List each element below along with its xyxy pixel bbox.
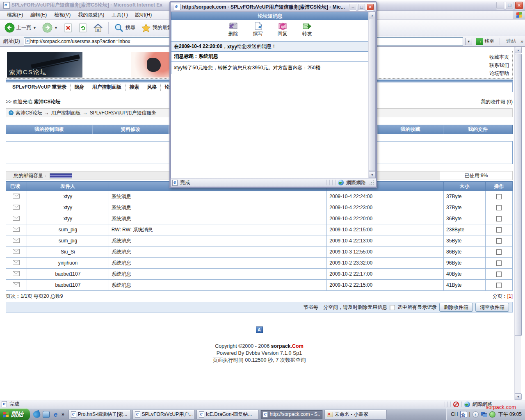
popup-scroll-thumb[interactable] bbox=[369, 19, 376, 171]
menu-help[interactable]: 說明(H) bbox=[132, 11, 156, 19]
tab-my-files[interactable]: 我的文件 bbox=[443, 125, 512, 134]
back-dropdown-icon[interactable]: ▼ bbox=[33, 26, 37, 30]
subject[interactable]: 系统消息 bbox=[109, 213, 326, 224]
row-checkbox[interactable] bbox=[496, 238, 502, 244]
subject[interactable]: 系统消息 bbox=[109, 235, 326, 247]
row-checkbox[interactable] bbox=[496, 216, 502, 221]
links-chevron-icon[interactable] bbox=[520, 39, 523, 44]
row-checkbox[interactable] bbox=[496, 272, 502, 277]
forward-dropdown-icon[interactable]: ▼ bbox=[54, 26, 58, 30]
back-button[interactable]: 上一頁 ▼ bbox=[2, 22, 39, 34]
dvbbs-badge-icon[interactable]: A bbox=[256, 326, 263, 333]
sender[interactable]: sum_pig bbox=[27, 224, 109, 235]
scroll-thumb[interactable] bbox=[515, 54, 522, 336]
scroll-up-icon[interactable] bbox=[515, 47, 522, 53]
tray-collapse-chevron-icon[interactable] bbox=[472, 411, 479, 418]
row-checkbox[interactable] bbox=[496, 260, 502, 266]
subject[interactable]: RW: RW: 系统消息 bbox=[109, 224, 326, 235]
row-checkbox[interactable] bbox=[496, 249, 502, 255]
popup-scroll-down-icon[interactable] bbox=[369, 171, 376, 178]
sender[interactable]: baobei1107 bbox=[27, 269, 109, 280]
address-dropdown-icon[interactable]: ▼ bbox=[465, 38, 472, 45]
sender[interactable]: xtyy bbox=[27, 213, 109, 224]
compose-message-button[interactable]: 撰写 bbox=[249, 21, 267, 41]
breadcrumb-home[interactable]: 索沛CS论坛 bbox=[16, 110, 42, 116]
link-bookmark-page[interactable]: 收藏本页 bbox=[489, 53, 509, 61]
restore-button[interactable] bbox=[505, 1, 514, 9]
menu-edit[interactable]: 編輯(E) bbox=[27, 11, 50, 19]
language-indicator[interactable]: CH bbox=[451, 411, 458, 417]
taskbar-button-sms[interactable]: SPLvFORsVcUP用户... bbox=[132, 410, 195, 419]
link-contact-us[interactable]: 联系我们 bbox=[489, 61, 509, 69]
nav-style[interactable]: 风格 bbox=[143, 84, 160, 91]
subject[interactable]: 系统消息 bbox=[109, 247, 326, 258]
search-button[interactable]: 搜尋 bbox=[112, 22, 137, 34]
banner-logo-image[interactable]: 索沛CS论坛 bbox=[7, 52, 82, 78]
stop-button[interactable] bbox=[62, 22, 75, 34]
tab-my-control-panel[interactable]: 我的控制面板 bbox=[6, 125, 93, 134]
popup-scrollbar[interactable] bbox=[368, 12, 375, 178]
go-button[interactable]: 移至 bbox=[474, 38, 496, 45]
quicklaunch-app-icon[interactable] bbox=[32, 410, 41, 419]
sender[interactable]: sum_pig bbox=[27, 235, 109, 247]
taskbar-button-sorpack-active[interactable]: http://sorpack.com - S... bbox=[260, 410, 323, 419]
forward-button[interactable]: ▼ bbox=[40, 22, 60, 34]
tab-my-favorites[interactable]: 我的收藏 bbox=[378, 125, 443, 134]
popup-maximize-button[interactable] bbox=[358, 3, 365, 11]
delete-inbox-button[interactable]: 删除收件箱 bbox=[439, 303, 473, 312]
subject[interactable]: 系统消息 bbox=[109, 280, 326, 291]
menu-favorites[interactable]: 我的最愛(A) bbox=[74, 11, 108, 19]
popup-minimize-button[interactable] bbox=[349, 3, 357, 11]
tab-profile-edit[interactable]: 资料修改 bbox=[93, 125, 169, 134]
page-number-link[interactable]: [1] bbox=[507, 293, 513, 299]
select-all-checkbox[interactable] bbox=[390, 305, 395, 310]
row-checkbox[interactable] bbox=[496, 194, 502, 199]
row-checkbox[interactable] bbox=[496, 227, 502, 233]
favorites-button[interactable]: 我的最愛 bbox=[139, 22, 174, 34]
messenger-icon[interactable] bbox=[489, 411, 495, 418]
minimize-button[interactable] bbox=[496, 1, 504, 9]
forward-message-button[interactable]: 转发 bbox=[298, 21, 317, 41]
popup-blocked-icon[interactable] bbox=[453, 402, 459, 407]
taskbar-clock[interactable]: 下午 09:05 bbox=[498, 411, 522, 418]
close-button[interactable] bbox=[515, 1, 523, 9]
row-checkbox[interactable] bbox=[496, 205, 502, 210]
network-icon[interactable] bbox=[481, 412, 487, 417]
taskbar-button-editor[interactable]: Pro.hnS-编辑帖子[索... bbox=[68, 410, 131, 419]
nav-search[interactable]: 搜索 bbox=[125, 84, 143, 91]
taskbar-button-paint[interactable]: 未命名 - 小畫家 bbox=[324, 410, 387, 419]
sender[interactable]: xtyy bbox=[27, 191, 109, 202]
taskbar-button-reply[interactable]: IcE.DraGon-回复帖... bbox=[196, 410, 259, 419]
resize-grip[interactable] bbox=[369, 180, 374, 185]
nav-relogin[interactable]: SPLvFORsVcUP 重登录 bbox=[9, 84, 70, 91]
delete-message-button[interactable]: 删除 bbox=[224, 21, 243, 41]
link-forum-help[interactable]: 论坛帮助 bbox=[489, 69, 509, 78]
ime-icon[interactable] bbox=[460, 411, 467, 418]
sender[interactable]: yinjihuon bbox=[27, 258, 109, 269]
menu-view[interactable]: 檢視(V) bbox=[50, 11, 74, 19]
quicklaunch-ie-icon[interactable]: e bbox=[52, 411, 59, 418]
links-label[interactable]: 連結 bbox=[504, 38, 518, 45]
quicklaunch-chevron-icon[interactable]: » bbox=[62, 411, 64, 417]
brand-tld[interactable]: .Com bbox=[291, 343, 304, 349]
nav-user-control-panel[interactable]: 用户控制面板 bbox=[88, 84, 125, 91]
popup-title-bar[interactable]: http://sorpack.com - SPLvFORsVcUP用户短信服务[… bbox=[171, 2, 376, 11]
nav-invisible[interactable]: 隐身 bbox=[70, 84, 88, 91]
breadcrumb-control-panel[interactable]: 用户控制面板 bbox=[51, 110, 81, 116]
sender[interactable]: Siu_Si bbox=[27, 247, 109, 258]
home-button[interactable] bbox=[91, 22, 105, 34]
start-button[interactable]: 開始 bbox=[0, 409, 30, 420]
popup-close-button[interactable] bbox=[366, 3, 374, 11]
row-checkbox[interactable] bbox=[496, 283, 502, 288]
quicklaunch-mail-icon[interactable] bbox=[43, 411, 50, 418]
subject[interactable]: 系统消息 bbox=[109, 269, 326, 280]
empty-inbox-button[interactable]: 清空收件箱 bbox=[475, 303, 509, 312]
banner-ad-image[interactable] bbox=[131, 52, 175, 78]
menu-tools[interactable]: 工具(T) bbox=[108, 11, 131, 19]
reply-message-button[interactable]: 回复 bbox=[273, 21, 292, 41]
sender[interactable]: xtyy bbox=[27, 202, 109, 213]
subject[interactable]: 系统消息 bbox=[109, 202, 326, 213]
subject[interactable]: 系统消息 bbox=[109, 191, 326, 202]
main-scrollbar[interactable] bbox=[514, 47, 521, 400]
my-inbox-link[interactable]: 我的收件箱 (0) bbox=[481, 98, 513, 105]
